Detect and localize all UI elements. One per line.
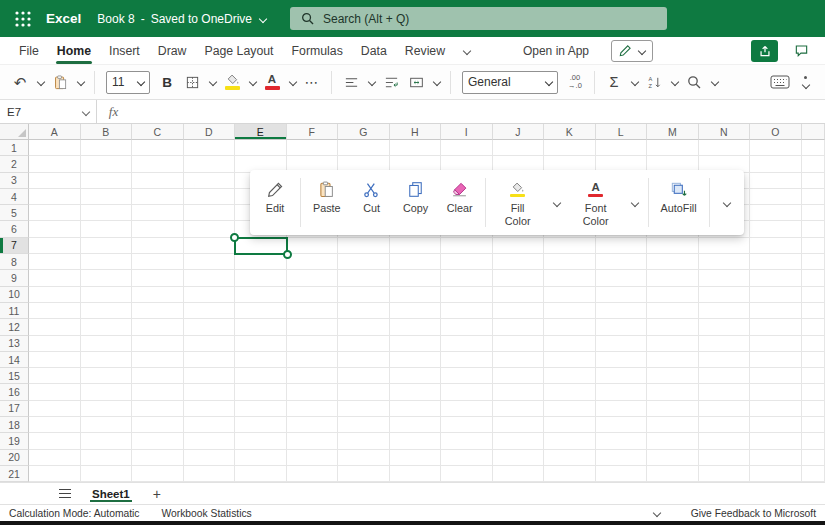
ribbon-overflow-button[interactable]	[793, 69, 817, 95]
cell-O15[interactable]	[750, 368, 802, 384]
cell-N13[interactable]	[699, 336, 751, 352]
cell-F19[interactable]	[287, 433, 339, 449]
undo-history-chevron[interactable]	[33, 69, 47, 95]
cell-N9[interactable]	[699, 270, 751, 286]
cell-M8[interactable]	[647, 254, 699, 270]
row-header-11[interactable]: 11	[0, 303, 29, 319]
column-header-G[interactable]: G	[338, 124, 390, 140]
status-bar-options-chevron[interactable]	[653, 509, 661, 517]
cell-E11[interactable]	[235, 303, 287, 319]
sheet-list-button[interactable]	[56, 486, 74, 501]
cell-G13[interactable]	[338, 336, 390, 352]
context-font-color-button[interactable]: AFont Color	[567, 173, 625, 232]
cell-C17[interactable]	[132, 401, 184, 417]
cell-A9[interactable]	[29, 270, 81, 286]
cell-H17[interactable]	[390, 401, 442, 417]
cell-G19[interactable]	[338, 433, 390, 449]
cell-B5[interactable]	[81, 205, 133, 221]
cell-L12[interactable]	[596, 319, 648, 335]
app-name[interactable]: Excel	[46, 11, 81, 26]
cell-F16[interactable]	[287, 384, 339, 400]
alignment-button[interactable]	[339, 69, 363, 95]
cell-B9[interactable]	[81, 270, 133, 286]
cell-H10[interactable]	[390, 287, 442, 303]
row-header-7[interactable]: 7	[0, 238, 29, 254]
find-button[interactable]	[682, 69, 706, 95]
cell-F11[interactable]	[287, 303, 339, 319]
context-copy-button[interactable]: Copy	[394, 173, 438, 232]
cell-K18[interactable]	[544, 417, 596, 433]
cell-L13[interactable]	[596, 336, 648, 352]
cell-E13[interactable]	[235, 336, 287, 352]
row-header-21[interactable]: 21	[0, 466, 29, 482]
formula-input[interactable]	[130, 100, 825, 123]
cell-K17[interactable]	[544, 401, 596, 417]
autosum-dropdown-chevron[interactable]	[627, 69, 641, 95]
cell-N17[interactable]	[699, 401, 751, 417]
context-edit-button[interactable]: Edit	[253, 173, 297, 232]
cell-O21[interactable]	[750, 466, 802, 482]
cell-H11[interactable]	[390, 303, 442, 319]
cell-N7[interactable]	[699, 238, 751, 254]
sort-filter-dropdown-chevron[interactable]	[667, 69, 681, 95]
cell-C4[interactable]	[132, 189, 184, 205]
cell-C1[interactable]	[132, 140, 184, 156]
cell-G14[interactable]	[338, 352, 390, 368]
cell-I20[interactable]	[441, 450, 493, 466]
context-font-color-dropdown-chevron[interactable]	[625, 173, 645, 232]
column-header-N[interactable]: N	[699, 124, 751, 140]
context-autofill-button[interactable]: AutoFill	[652, 173, 706, 232]
cell-E15[interactable]	[235, 368, 287, 384]
context-cut-button[interactable]: Cut	[350, 173, 394, 232]
font-color-button[interactable]: A	[260, 69, 284, 95]
column-header-J[interactable]: J	[493, 124, 545, 140]
context-clear-button[interactable]: Clear	[438, 173, 482, 232]
context-toolbar-collapse-button[interactable]	[713, 173, 741, 232]
cell-O8[interactable]	[750, 254, 802, 270]
borders-button[interactable]	[180, 69, 204, 95]
cell-N21[interactable]	[699, 466, 751, 482]
open-in-app-button[interactable]: Open in App	[523, 44, 589, 58]
row-header-14[interactable]: 14	[0, 352, 29, 368]
cell-M1[interactable]	[647, 140, 699, 156]
cell-E1[interactable]	[235, 140, 287, 156]
cell-H8[interactable]	[390, 254, 442, 270]
cell-A17[interactable]	[29, 401, 81, 417]
cell-K10[interactable]	[544, 287, 596, 303]
cell-O17[interactable]	[750, 401, 802, 417]
cell-F15[interactable]	[287, 368, 339, 384]
cell-D6[interactable]	[184, 221, 236, 237]
column-header-H[interactable]: H	[390, 124, 442, 140]
more-tabs-button[interactable]	[454, 47, 478, 55]
cell-N18[interactable]	[699, 417, 751, 433]
cell-H14[interactable]	[390, 352, 442, 368]
cell-C20[interactable]	[132, 450, 184, 466]
cell-D10[interactable]	[184, 287, 236, 303]
cell-L18[interactable]	[596, 417, 648, 433]
cell-A14[interactable]	[29, 352, 81, 368]
name-box[interactable]: E7	[0, 100, 97, 123]
cell-J16[interactable]	[493, 384, 545, 400]
tab-data[interactable]: Data	[352, 38, 396, 64]
cell-A15[interactable]	[29, 368, 81, 384]
cell-D20[interactable]	[184, 450, 236, 466]
cell-F10[interactable]	[287, 287, 339, 303]
fill-color-button[interactable]	[220, 69, 244, 95]
cell-D15[interactable]	[184, 368, 236, 384]
cell-A8[interactable]	[29, 254, 81, 270]
cell-J10[interactable]	[493, 287, 545, 303]
cell-B16[interactable]	[81, 384, 133, 400]
column-header-B[interactable]: B	[81, 124, 133, 140]
cell-A18[interactable]	[29, 417, 81, 433]
cell-C15[interactable]	[132, 368, 184, 384]
merge-dropdown-chevron[interactable]	[429, 69, 443, 95]
cell-A21[interactable]	[29, 466, 81, 482]
cell-O20[interactable]	[750, 450, 802, 466]
cell-L21[interactable]	[596, 466, 648, 482]
row-header-2[interactable]: 2	[0, 156, 29, 172]
cell-J9[interactable]	[493, 270, 545, 286]
cell-K12[interactable]	[544, 319, 596, 335]
cell-B19[interactable]	[81, 433, 133, 449]
selection-box[interactable]	[234, 237, 288, 255]
column-header-O[interactable]: O	[750, 124, 802, 140]
